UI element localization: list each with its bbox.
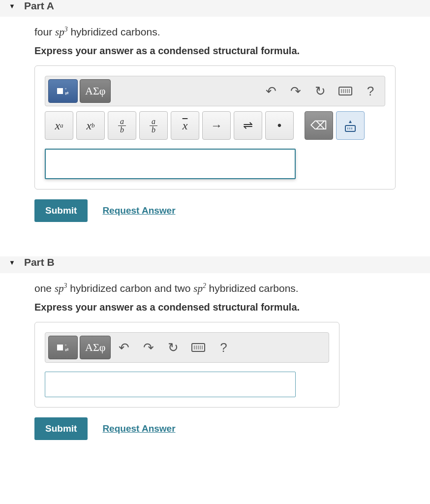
chevron-down-icon: ▼ bbox=[9, 2, 15, 10]
greek-symbols-button[interactable]: ΑΣφ bbox=[80, 336, 111, 359]
part-a-actions: Submit Request Answer bbox=[34, 199, 396, 222]
right-arrow-button[interactable]: → bbox=[202, 111, 231, 140]
part-a-instruction: Express your answer as a condensed struc… bbox=[34, 45, 396, 57]
math-base: sp bbox=[55, 283, 64, 294]
part-b-body: one sp3 hybridized carbon and two sp2 hy… bbox=[0, 273, 430, 460]
sp3-math: sp3 bbox=[55, 283, 67, 294]
part-b-title: Part B bbox=[24, 256, 55, 268]
template-icon: ▫⇌ bbox=[57, 343, 69, 352]
part-b-actions: Submit Request Answer bbox=[34, 417, 396, 440]
part-b-editor: ▫⇌ ΑΣφ ↶ ↷ ↻ ? bbox=[34, 322, 339, 408]
help-button[interactable]: ? bbox=[359, 79, 382, 103]
help-icon: ? bbox=[367, 84, 374, 99]
reset-button[interactable]: ↻ bbox=[309, 79, 332, 103]
slanted-fraction-button[interactable]: ab bbox=[139, 111, 168, 140]
math-sup: 3 bbox=[64, 26, 68, 33]
chemistry-templates-button[interactable]: ▫⇌ bbox=[48, 336, 78, 359]
submit-button[interactable]: Submit bbox=[34, 199, 88, 222]
part-a-answer-input[interactable] bbox=[45, 149, 296, 179]
undo-icon: ↶ bbox=[266, 84, 276, 99]
help-button[interactable]: ? bbox=[212, 336, 235, 359]
math-base: sp bbox=[193, 283, 203, 294]
redo-button[interactable]: ↷ bbox=[284, 79, 307, 103]
overline-button[interactable]: x bbox=[171, 111, 199, 140]
keyboard-collapse-button[interactable]: ▲ bbox=[336, 111, 365, 140]
reset-icon: ↻ bbox=[168, 340, 179, 355]
undo-button[interactable]: ↶ bbox=[113, 336, 135, 359]
submit-button[interactable]: Submit bbox=[34, 417, 88, 440]
undo-icon: ↶ bbox=[119, 340, 129, 355]
template-icon: ▫⇌ bbox=[57, 87, 69, 95]
part-b-prompt: one sp3 hybridized carbon and two sp2 hy… bbox=[34, 282, 396, 295]
part-b-instruction: Express your answer as a condensed struc… bbox=[34, 302, 396, 313]
prompt-text: one bbox=[34, 283, 55, 294]
undo-button[interactable]: ↶ bbox=[260, 79, 282, 103]
caret-up-icon: ▲ bbox=[348, 119, 353, 124]
redo-button[interactable]: ↷ bbox=[137, 336, 160, 359]
part-b-answer-input[interactable] bbox=[45, 372, 296, 397]
math-subtoolbar: xa xb ab ab x → ⇌ • ⌫ ▲ bbox=[45, 111, 385, 140]
help-icon: ? bbox=[220, 340, 227, 355]
redo-icon: ↷ bbox=[143, 340, 154, 355]
backspace-icon: ⌫ bbox=[310, 119, 327, 132]
editor-toolbar: ▫⇌ ΑΣφ ↶ ↷ ↻ ? bbox=[45, 332, 329, 363]
part-b-header[interactable]: ▼ Part B bbox=[0, 256, 430, 273]
equilibrium-button[interactable]: ⇌ bbox=[234, 111, 262, 140]
math-sup: 2 bbox=[203, 282, 206, 289]
superscript-button[interactable]: xa bbox=[45, 111, 73, 140]
greek-label: ΑΣφ bbox=[85, 341, 105, 354]
request-answer-link[interactable]: Request Answer bbox=[102, 423, 175, 434]
stacked-fraction-button[interactable]: ab bbox=[108, 111, 136, 140]
arrow-icon: → bbox=[211, 119, 222, 132]
sp2-math: sp2 bbox=[193, 283, 206, 294]
dot-button[interactable]: • bbox=[265, 111, 294, 140]
prompt-text: hybridized carbons. bbox=[68, 26, 160, 37]
chemistry-templates-button[interactable]: ▫⇌ bbox=[48, 79, 78, 103]
part-a-title: Part A bbox=[24, 0, 54, 12]
prompt-text: hybridized carbons. bbox=[206, 283, 299, 294]
sp3-math: sp3 bbox=[55, 26, 68, 38]
request-answer-link[interactable]: Request Answer bbox=[102, 205, 175, 216]
editor-toolbar: ▫⇌ ΑΣφ ↶ ↷ ↻ ? bbox=[45, 76, 385, 106]
dot-icon: • bbox=[277, 119, 281, 132]
prompt-text: four bbox=[34, 26, 55, 37]
keyboard-button[interactable] bbox=[186, 336, 210, 359]
chevron-down-icon: ▼ bbox=[9, 259, 15, 266]
backspace-button[interactable]: ⌫ bbox=[305, 111, 333, 140]
reset-icon: ↻ bbox=[315, 84, 326, 99]
keyboard-button[interactable] bbox=[334, 79, 357, 103]
part-a-editor: ▫⇌ ΑΣφ ↶ ↷ ↻ ? xa xb bbox=[34, 65, 396, 189]
keyboard-icon bbox=[191, 343, 205, 352]
part-a-prompt: four sp3 hybridized carbons. bbox=[34, 26, 396, 38]
subscript-button[interactable]: xb bbox=[76, 111, 105, 140]
prompt-text: hybridized carbon and two bbox=[67, 283, 193, 294]
part-a-body: four sp3 hybridized carbons. Express you… bbox=[0, 17, 430, 242]
math-base: sp bbox=[55, 26, 64, 38]
reset-button[interactable]: ↻ bbox=[162, 336, 184, 359]
keyboard-icon bbox=[338, 87, 352, 95]
redo-icon: ↷ bbox=[290, 84, 301, 99]
greek-symbols-button[interactable]: ΑΣφ bbox=[80, 79, 111, 103]
greek-label: ΑΣφ bbox=[85, 85, 105, 97]
part-a-header[interactable]: ▼ Part A bbox=[0, 0, 430, 17]
equilibrium-icon: ⇌ bbox=[243, 119, 253, 132]
keyboard-icon bbox=[345, 125, 356, 132]
